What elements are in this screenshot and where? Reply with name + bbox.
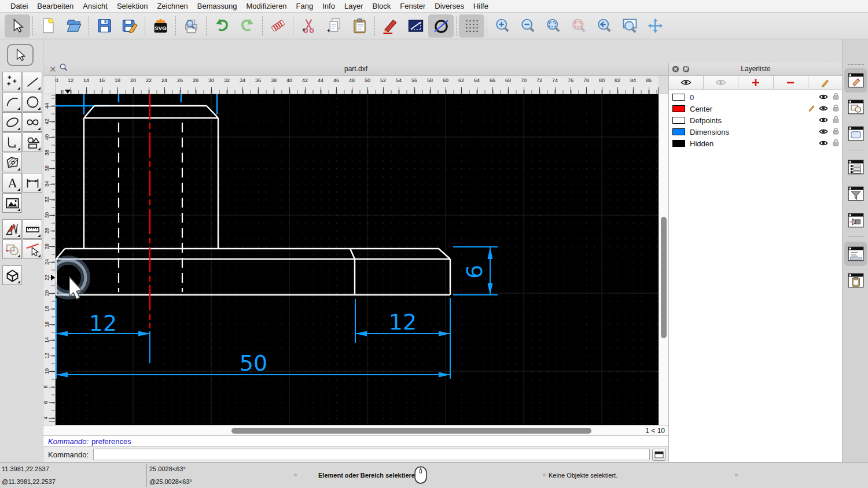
layer-visibility-icon[interactable] bbox=[819, 92, 828, 102]
circle-tools-button[interactable] bbox=[23, 92, 42, 112]
layer-lock-icon[interactable] bbox=[833, 127, 839, 137]
layer-color-swatch bbox=[672, 128, 685, 135]
menu-modifizieren[interactable]: Modifizieren bbox=[242, 2, 292, 10]
zoom-window-button[interactable] bbox=[617, 14, 642, 38]
point-tools-button[interactable] bbox=[2, 72, 22, 91]
layer-row-0[interactable]: 0 bbox=[669, 91, 843, 103]
save-as-button[interactable] bbox=[117, 14, 142, 38]
horizontal-scrollbar-thumb[interactable] bbox=[231, 428, 591, 434]
selection-arrow-tool[interactable] bbox=[5, 14, 30, 38]
measure-tools-button[interactable] bbox=[23, 219, 42, 239]
command-widget-toggle-button[interactable] bbox=[652, 449, 666, 461]
solid-tools-button[interactable] bbox=[2, 265, 22, 285]
text-tool-button[interactable]: A bbox=[2, 173, 22, 193]
layer-lock-icon[interactable] bbox=[833, 138, 839, 149]
cad-canvas[interactable]: 12 12 50 6 bbox=[56, 94, 659, 425]
pan-button[interactable] bbox=[642, 14, 668, 38]
toolbar-separator bbox=[292, 16, 294, 36]
layer-lock-icon[interactable] bbox=[833, 92, 839, 102]
top-ruler-label: 28 bbox=[193, 77, 198, 83]
command-line-panel-button[interactable] bbox=[844, 242, 867, 266]
layer-name: Defpoints bbox=[690, 116, 819, 125]
menu-fang[interactable]: Fang bbox=[292, 2, 318, 10]
shape-tools-button[interactable] bbox=[23, 132, 42, 152]
menu-selektion[interactable]: Selektion bbox=[112, 2, 152, 10]
undo-button[interactable] bbox=[209, 14, 234, 38]
line-tools-button[interactable] bbox=[23, 72, 42, 91]
top-ruler-label: 32 bbox=[224, 77, 230, 83]
panel-detach-icon[interactable] bbox=[682, 65, 690, 73]
panel-close-icon[interactable] bbox=[672, 65, 679, 73]
polyline-tools-button[interactable] bbox=[2, 132, 22, 152]
property-editor-panel-button[interactable] bbox=[844, 68, 867, 93]
spline-tools-button[interactable] bbox=[23, 112, 42, 132]
layer-visibility-icon[interactable] bbox=[819, 115, 828, 125]
open-file-button[interactable] bbox=[61, 14, 86, 38]
vertical-scrollbar[interactable] bbox=[659, 94, 668, 425]
vertical-scrollbar-thumb[interactable] bbox=[661, 217, 667, 338]
menu-hilfe[interactable]: Hilfe bbox=[469, 2, 493, 10]
menu-diverses[interactable]: Diverses bbox=[430, 2, 469, 10]
selection-filter-panel-button[interactable] bbox=[844, 182, 867, 206]
copy-button[interactable] bbox=[321, 14, 347, 38]
line-tool-button[interactable] bbox=[403, 14, 428, 38]
zoom-out-button[interactable] bbox=[515, 14, 540, 38]
layer-row-center[interactable]: Center bbox=[669, 103, 843, 114]
dimension-tools-button[interactable] bbox=[23, 173, 42, 193]
modify-tools-button[interactable] bbox=[2, 239, 22, 259]
layer-lock-icon[interactable] bbox=[833, 103, 839, 114]
zoom-in-button[interactable] bbox=[490, 14, 515, 38]
selection-tool-button[interactable] bbox=[7, 44, 34, 66]
menu-bemassung[interactable]: Bemassung bbox=[193, 2, 242, 10]
left-ruler-label: 8 bbox=[43, 385, 49, 388]
menu-block[interactable]: Block bbox=[367, 2, 395, 10]
save-button[interactable] bbox=[91, 14, 117, 38]
zoom-previous-button[interactable] bbox=[591, 14, 617, 38]
print-preview-button[interactable] bbox=[178, 14, 204, 38]
circle-slash-tool-button[interactable] bbox=[428, 14, 454, 38]
menu-zeichnen[interactable]: Zeichnen bbox=[152, 2, 192, 10]
cad-tools-button[interactable] bbox=[2, 219, 22, 239]
menu-layer[interactable]: Layer bbox=[340, 2, 368, 10]
clipboard-panel-button[interactable] bbox=[844, 268, 867, 293]
layer-visibility-icon[interactable] bbox=[819, 103, 828, 114]
cut-button[interactable] bbox=[296, 14, 321, 38]
show-all-layers-button[interactable] bbox=[669, 76, 704, 89]
ellipse-tools-button[interactable] bbox=[2, 112, 22, 132]
grid-toggle-button[interactable] bbox=[459, 14, 484, 38]
dim-label-width: 50 bbox=[240, 350, 267, 376]
paste-button[interactable] bbox=[347, 14, 372, 38]
block-list-panel-button[interactable] bbox=[844, 95, 867, 119]
layer-row-defpoints[interactable]: Defpoints bbox=[669, 114, 843, 126]
svg-export-button[interactable]: SVG bbox=[148, 14, 173, 38]
hide-all-layers-button[interactable] bbox=[704, 76, 738, 89]
remove-layer-button[interactable] bbox=[774, 76, 808, 89]
layer-row-hidden[interactable]: Hidden bbox=[669, 138, 843, 149]
horizontal-scrollbar[interactable]: 1 < 10 bbox=[43, 425, 668, 435]
view-list-panel-button[interactable] bbox=[844, 121, 867, 146]
zoom-auto-button[interactable] bbox=[540, 14, 566, 38]
pencil-draw-button[interactable] bbox=[377, 14, 403, 38]
menu-info[interactable]: Info bbox=[318, 2, 340, 10]
hatch-tool-button[interactable] bbox=[2, 153, 22, 172]
command-input[interactable] bbox=[93, 449, 650, 460]
redo-button[interactable] bbox=[234, 14, 260, 38]
new-file-button[interactable] bbox=[35, 14, 61, 38]
arc-tools-button[interactable] bbox=[2, 92, 22, 112]
projector-panel-button[interactable] bbox=[844, 208, 867, 232]
menu-ansicht[interactable]: Ansicht bbox=[78, 2, 112, 10]
layer-list-panel-button[interactable] bbox=[844, 155, 867, 179]
document-title[interactable]: part.dxf bbox=[43, 65, 668, 73]
trim-tools-button[interactable] bbox=[23, 239, 42, 259]
menu-datei[interactable]: Datei bbox=[6, 2, 32, 10]
edit-layer-button[interactable] bbox=[808, 76, 843, 89]
menu-bearbeiten[interactable]: Bearbeiten bbox=[32, 2, 78, 10]
layer-visibility-icon[interactable] bbox=[819, 127, 828, 137]
layer-lock-icon[interactable] bbox=[833, 115, 839, 125]
layer-visibility-icon[interactable] bbox=[819, 138, 828, 149]
eraser-button[interactable] bbox=[265, 14, 290, 38]
menu-fenster[interactable]: Fenster bbox=[395, 2, 430, 10]
image-tool-button[interactable] bbox=[2, 193, 22, 213]
add-layer-button[interactable] bbox=[738, 76, 773, 89]
layer-row-dimensions[interactable]: Dimensions bbox=[669, 126, 843, 138]
